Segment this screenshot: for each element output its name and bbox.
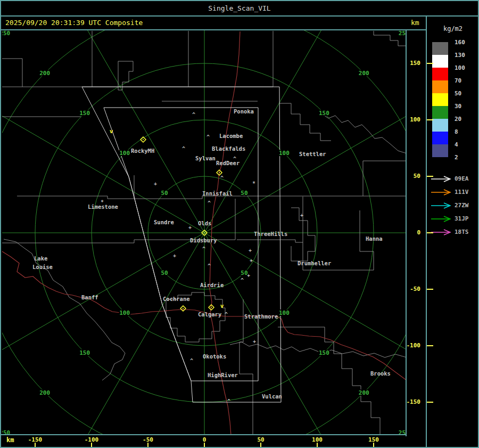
ring-label-100: 100 (279, 309, 290, 316)
y-axis: 150100500-50-100-150 (406, 30, 433, 434)
legend-value-20: 20 (455, 116, 476, 123)
azimuth-line-240 (61, 233, 204, 434)
city-label-louise: Louise (32, 264, 53, 270)
county-boundary (4, 239, 125, 380)
ring-label-150: 150 (79, 349, 90, 356)
x-tick-mark (204, 443, 205, 447)
ring-label-150: 150 (319, 349, 329, 356)
town-plus-marker: + (173, 253, 176, 259)
town-plus-marker: + (188, 225, 192, 231)
ring-label-250: 250 (399, 30, 406, 37)
city-label-innisfail: Innisfail (202, 190, 233, 197)
town-caret-marker: ^ (225, 312, 228, 317)
radar-arrow-icon (430, 202, 453, 209)
radar-arrow-icon (430, 176, 453, 182)
town-asterisk-marker: * (252, 181, 255, 186)
city-label-rockymh: RockyMH (131, 148, 154, 154)
town-caret-marker: ^ (241, 278, 244, 283)
legend-swatch-8 (432, 132, 448, 144)
county-boundary (237, 240, 303, 242)
y-tick-mark (427, 63, 433, 64)
legend-radar-18TS: 18TS (427, 229, 479, 236)
county-boundary (2, 59, 22, 87)
y-tick-mark (427, 345, 433, 346)
town-plus-marker: + (154, 181, 157, 187)
y-tick-label-150: 150 (406, 60, 420, 67)
city-label-olds: Olds (198, 220, 211, 226)
radar-site-dot (183, 308, 184, 309)
city-label-didsbury: Didsbury (190, 237, 217, 243)
x-tick-mark (35, 443, 36, 447)
legend-swatch-4 (432, 144, 448, 157)
legend-radar-09EA: 09EA (427, 175, 479, 183)
town-caret-marker: ^ (190, 358, 193, 364)
ring-label-50: 50 (161, 270, 168, 276)
city-label-drumheller: Drumheller (298, 260, 331, 266)
city-label-banff: Banff (81, 294, 98, 300)
x-tick-mark (147, 443, 148, 447)
ring-label-50: 50 (241, 190, 247, 197)
legend-value-160: 160 (455, 39, 476, 46)
radar-site-dot (211, 307, 212, 308)
azimuth-line-330 (204, 233, 406, 377)
city-label-stettler: Stettler (299, 151, 326, 157)
azimuth-line-120 (61, 30, 204, 233)
city-label-strathmore: Strathmore (244, 313, 278, 320)
county-boundary (230, 342, 406, 357)
ring-label-150: 150 (79, 110, 90, 117)
radar-site-dot (143, 139, 144, 140)
y-tick-mark (427, 232, 433, 233)
city-label-threehills: ThreeHills (254, 231, 287, 237)
town-asterisk-marker: * (101, 199, 104, 205)
ring-label-250: 250 (399, 429, 406, 434)
county-boundary (363, 161, 406, 196)
radar-arrow-icon (430, 216, 453, 222)
city-label-brooks: Brooks (370, 370, 391, 377)
radar-map[interactable]: PonokaLacombeBlackfaldsSylvanRedDeerInni… (2, 30, 406, 434)
legend-swatch-20 (432, 119, 448, 132)
town-caret-marker: ^ (208, 200, 211, 206)
ring-label-100: 100 (119, 309, 130, 316)
city-label-okotoks: Okotoks (203, 353, 226, 360)
town-caret-marker: ^ (207, 134, 210, 140)
city-label-sylvan: Sylvan (195, 155, 216, 161)
radar-id-label: 09EA (455, 175, 469, 182)
ring-label-50: 50 (241, 270, 247, 276)
town-caret-marker: ^ (208, 263, 211, 269)
x-tick-mark (317, 443, 318, 447)
ring-label-200: 200 (359, 389, 369, 396)
town-caret-marker: ^ (220, 175, 224, 181)
legend-value-130: 130 (455, 52, 476, 59)
radar-site-dot (219, 172, 220, 173)
ring-label-200: 200 (359, 70, 369, 77)
window-title: Single_Scan_VIL (208, 4, 270, 12)
legend-value-8: 8 (455, 128, 476, 135)
radar-id-label: 31JP (455, 215, 469, 222)
town-plus-marker: + (253, 339, 256, 345)
legend-swatch-70 (432, 80, 448, 93)
legend-swatch-100 (432, 68, 448, 80)
legend-value-50: 50 (455, 90, 476, 97)
y-tick-label--50: -50 (406, 286, 420, 292)
ring-label-250: 250 (2, 30, 10, 37)
radar-id-label: 18TS (455, 229, 469, 235)
town-plus-marker: + (249, 248, 252, 254)
city-label-ponoka: Ponoka (234, 108, 254, 115)
legend-value-4: 4 (455, 141, 476, 148)
x-tick-mark (91, 443, 92, 447)
x-tick-mark (373, 443, 374, 447)
city-label-blackfalds: Blackfalds (212, 145, 245, 152)
legend-value-30: 30 (455, 103, 476, 110)
county-boundary (320, 113, 406, 153)
town-caret-marker: ^ (227, 398, 230, 404)
city-label-lake: Lake (34, 255, 47, 262)
town-caret-marker: ^ (192, 112, 195, 118)
legend-value-100: 100 (455, 64, 476, 71)
y-tick-label-100: 100 (406, 116, 420, 123)
ring-label-100: 100 (279, 150, 290, 157)
x-axis-unit: km (6, 436, 14, 444)
city-label-hanna: Hanna (366, 235, 383, 242)
ring-label-50: 50 (161, 190, 168, 197)
y-axis-unit: km (411, 19, 419, 27)
y-tick-mark (427, 119, 433, 120)
